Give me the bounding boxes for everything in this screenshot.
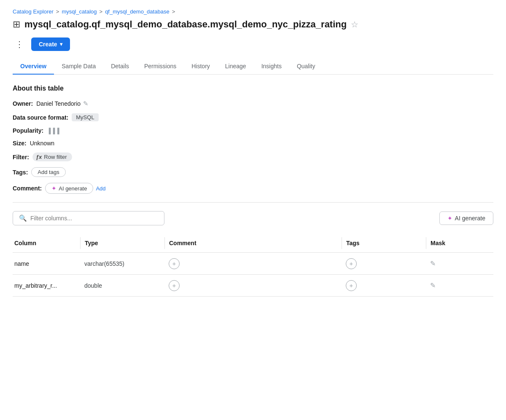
toolbar: ⋮ Create ▾ (13, 37, 493, 51)
tab-insights[interactable]: Insights (254, 59, 289, 75)
col-name-1: name (13, 257, 80, 270)
breadcrumb-sep-2: > (100, 8, 103, 15)
add-comment-icon-1[interactable]: + (169, 258, 180, 269)
tab-quality[interactable]: Quality (289, 59, 323, 75)
comment-row: Comment: ✦ AI generate Add (13, 183, 493, 194)
breadcrumb-sep-1: > (56, 8, 59, 15)
col-tags-2: + (342, 277, 426, 294)
row-filter-label: Row filter (44, 154, 67, 160)
col-mask-1: ✎ (426, 256, 493, 271)
tab-permissions[interactable]: Permissions (137, 59, 184, 75)
col-comment-1: + (164, 255, 342, 273)
popularity-bars-icon: ▐▐▐ (47, 128, 60, 134)
col-type-1: varchar(65535) (80, 257, 164, 270)
th-comment: Comment (164, 237, 342, 249)
ai-generate-columns-label: AI generate (455, 215, 485, 222)
ai-generate-columns-button[interactable]: ✦ AI generate (439, 211, 493, 225)
tab-sample-data[interactable]: Sample Data (54, 59, 103, 75)
create-label: Create (39, 41, 57, 48)
edit-mask-icon-1[interactable]: ✎ (430, 259, 436, 268)
table-row: my_arbitrary_r... double + + ✎ (13, 275, 493, 297)
size-value: Unknown (30, 140, 54, 147)
edit-mask-icon-2[interactable]: ✎ (430, 281, 436, 289)
tabs-row: Overview Sample Data Details Permissions… (13, 59, 493, 75)
add-tag-icon-1[interactable]: + (346, 258, 357, 269)
about-section: About this table Owner: Daniel Tenedorio… (13, 85, 493, 194)
owner-value: Daniel Tenedorio (36, 100, 81, 107)
add-comment-icon-2[interactable]: + (169, 280, 180, 291)
table-icon: ⊞ (13, 19, 20, 30)
tags-label: Tags: (13, 169, 28, 176)
th-tags: Tags (342, 237, 426, 249)
comment-label: Comment: (13, 185, 42, 192)
tab-details[interactable]: Details (103, 59, 137, 75)
th-column: Column (13, 237, 80, 249)
filter-columns-input[interactable] (30, 215, 158, 222)
data-source-badge: MySQL (72, 113, 98, 121)
ai-star-icon: ✦ (51, 185, 57, 192)
col-mask-2: ✎ (426, 278, 493, 293)
col-type-2: double (80, 279, 164, 292)
fx-icon: ƒx (36, 154, 42, 160)
page-title: mysql_catalog.qf_mysql_demo_database.mys… (24, 19, 347, 30)
ai-generate-comment-label: AI generate (59, 185, 87, 192)
breadcrumb-sep-3: > (172, 8, 175, 15)
data-source-label: Data source format: (13, 114, 68, 121)
columns-filter-row: 🔍 ✦ AI generate (13, 211, 493, 225)
section-title: About this table (13, 85, 493, 92)
table-row: name varchar(65535) + + ✎ (13, 253, 493, 275)
owner-row: Owner: Daniel Tenedorio ✎ (13, 100, 493, 107)
breadcrumb-mysql-catalog[interactable]: mysql_catalog (62, 8, 97, 15)
tab-history[interactable]: History (184, 59, 218, 75)
ai-generate-comment-button[interactable]: ✦ AI generate (45, 183, 93, 194)
popularity-row: Popularity: ▐▐▐ (13, 127, 493, 134)
size-row: Size: Unknown (13, 140, 493, 147)
breadcrumb-database[interactable]: qf_mysql_demo_database (105, 8, 170, 15)
size-label: Size: (13, 140, 27, 147)
popularity-label: Popularity: (13, 127, 43, 134)
page-title-row: ⊞ mysql_catalog.qf_mysql_demo_database.m… (13, 19, 493, 30)
filter-row: Filter: ƒx Row filter (13, 152, 493, 161)
filter-label: Filter: (13, 154, 29, 161)
col-name-2: my_arbitrary_r... (13, 279, 80, 292)
owner-label: Owner: (13, 100, 33, 107)
add-tags-button[interactable]: Add tags (31, 167, 65, 177)
divider (13, 202, 493, 203)
breadcrumb-catalog-explorer[interactable]: Catalog Explorer (13, 8, 54, 15)
tags-row: Tags: Add tags (13, 167, 493, 177)
col-comment-2: + (164, 277, 342, 294)
star-icon[interactable]: ☆ (351, 19, 358, 29)
tab-lineage[interactable]: Lineage (218, 59, 254, 75)
row-filter-badge[interactable]: ƒx Row filter (32, 152, 72, 161)
col-tags-1: + (342, 255, 426, 273)
owner-edit-icon[interactable]: ✎ (83, 100, 89, 107)
filter-columns-input-wrap: 🔍 (13, 211, 164, 225)
columns-table-header: Column Type Comment Tags Mask (13, 234, 493, 253)
kebab-menu-button[interactable]: ⋮ (13, 37, 26, 51)
tab-overview[interactable]: Overview (13, 59, 54, 75)
create-chevron-icon: ▾ (60, 41, 62, 47)
th-mask: Mask (426, 237, 493, 249)
search-icon: 🔍 (19, 214, 27, 222)
breadcrumb: Catalog Explorer > mysql_catalog > qf_my… (13, 8, 493, 15)
add-comment-button[interactable]: Add (96, 185, 105, 192)
add-tag-icon-2[interactable]: + (346, 280, 357, 291)
create-button[interactable]: Create ▾ (31, 37, 70, 51)
th-type: Type (80, 237, 164, 249)
ai-gen-right-star-icon: ✦ (447, 215, 452, 222)
data-source-row: Data source format: MySQL (13, 113, 493, 121)
